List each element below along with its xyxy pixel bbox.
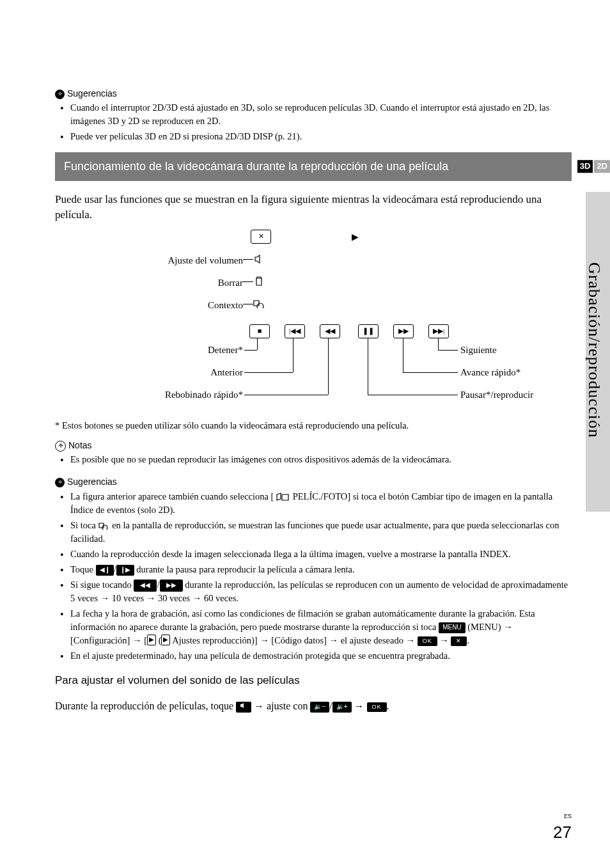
label-ffwd: Avance rápido* — [460, 366, 520, 380]
badge-2d: 2D — [594, 161, 610, 173]
label-contexto: Contexto — [208, 299, 243, 313]
label-volumen: Ajuste del volumen — [168, 254, 243, 268]
page-number: ES 27 — [553, 812, 572, 845]
next-button-icon: ▶▶| — [428, 324, 449, 338]
menu-button-icon: MENU — [439, 622, 465, 633]
notas-heading: ✧Notas — [55, 439, 572, 452]
list-item: En el ajuste predeterminado, hay una pel… — [64, 649, 572, 663]
bolt-icon: ✧ — [55, 441, 66, 452]
list-item: Si toca en la pantalla de reproducción, … — [64, 519, 572, 546]
trash-icon — [254, 276, 263, 291]
sugerencias-heading-1: ✧Sugerencias — [55, 87, 572, 100]
ok-button-icon: OK — [367, 702, 387, 712]
list-item: Es posible que no se puedan reproducir l… — [64, 453, 572, 466]
rewind-button-icon: ◀◀ — [320, 324, 340, 338]
slow-rev-icon: ◀❙ — [96, 565, 114, 576]
context-icon — [253, 299, 265, 313]
label-anterior: Anterior — [210, 366, 243, 380]
ok-button-icon: OK — [418, 636, 437, 646]
volume-icon — [254, 254, 265, 268]
footnote-text: * Estos botones se pueden utilizar sólo … — [55, 419, 572, 432]
fast-fwd-icon: ▶▶ — [160, 580, 183, 592]
subheading-volume: Para ajustar el volumen del sonido de la… — [55, 673, 572, 689]
vol-up-icon: 🔉+ — [332, 702, 352, 713]
list-item: Puede ver películas 3D en 2D si presiona… — [64, 130, 572, 143]
stop-button-icon: ■ — [249, 324, 270, 338]
tips-list-2: La figura anterior aparece también cuand… — [55, 490, 572, 663]
label-detener: Detener* — [208, 343, 243, 358]
badge-3d: 3D — [577, 161, 593, 173]
list-item: Toque ◀❙/❙▶ durante la pausa para reprod… — [64, 563, 572, 576]
play-outline-icon: ▶ — [147, 635, 156, 645]
close-button-icon: ✕ — [451, 636, 467, 646]
pause-play-button-icon: ❚❚ — [358, 324, 379, 338]
playback-diagram: ✕ ▶ ■ |◀◀ ◀◀ ❚❚ ▶▶ ▶▶| Ajuste del volume… — [96, 228, 531, 414]
section-heading: Funcionamiento de la videocámara durante… — [55, 152, 572, 180]
close-button-icon: ✕ — [251, 230, 271, 244]
label-siguiente: Siguiente — [460, 343, 497, 358]
list-item: Si sigue tocando ◀◀/▶▶ durante la reprod… — [64, 578, 572, 605]
context-icon — [98, 522, 110, 530]
list-item: Cuando el interruptor 2D/3D está ajustad… — [64, 101, 572, 128]
movie-photo-icon — [276, 493, 290, 501]
prev-button-icon: |◀◀ — [285, 324, 305, 338]
label-rewind: Rebobinado rápido* — [165, 388, 243, 402]
list-item: Cuando la reproducción desde la imagen s… — [64, 548, 572, 561]
label-borrar: Borrar — [218, 276, 243, 290]
list-item: La figura anterior aparece también cuand… — [64, 490, 572, 517]
label-pausar: Pausar*/reproducir — [460, 388, 533, 402]
list-item: La fecha y la hora de grabación, así com… — [64, 607, 572, 647]
volume-icon — [236, 702, 251, 713]
intro-text: Puede usar las funciones que se muestran… — [55, 192, 572, 223]
top-tips-list: Cuando el interruptor 2D/3D está ajustad… — [55, 101, 572, 143]
lightbulb-icon: ✧ — [55, 478, 65, 487]
play-indicator-icon: ▶ — [352, 231, 359, 244]
notas-list: Es posible que no se puedan reproducir l… — [55, 453, 572, 466]
fast-rev-icon: ◀◀ — [134, 580, 157, 592]
lightbulb-icon: ✧ — [55, 90, 65, 99]
volume-instruction: Durante la reproducción de películas, to… — [55, 698, 572, 713]
slow-fwd-icon: ❙▶ — [116, 565, 134, 576]
sugerencias-heading-2: ✧Sugerencias — [55, 475, 572, 488]
vol-down-icon: 🔉− — [310, 702, 329, 713]
play-outline-icon: ▶ — [161, 635, 170, 645]
ffwd-button-icon: ▶▶ — [393, 324, 414, 338]
